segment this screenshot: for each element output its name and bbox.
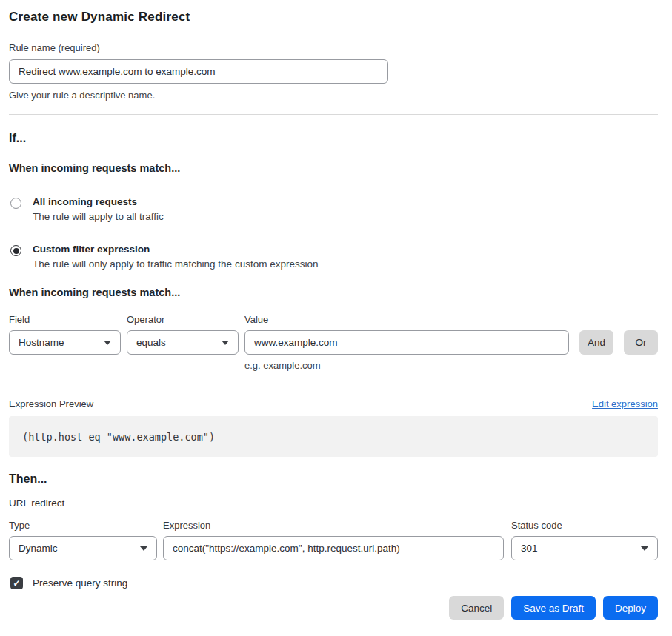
matcher-labels-row: Field Operator Value (9, 314, 658, 325)
or-button[interactable]: Or (624, 330, 658, 355)
operator-select[interactable]: equals (127, 330, 239, 355)
field-label: Field (9, 314, 127, 325)
radio-option-label[interactable]: Custom filter expression (33, 244, 318, 255)
chevron-down-icon (140, 546, 147, 551)
preserve-query-row[interactable]: ✓ Preserve query string (9, 577, 658, 589)
field-select-value: Hostname (19, 337, 64, 348)
url-redirect-label: URL redirect (9, 498, 658, 509)
preserve-query-label[interactable]: Preserve query string (33, 578, 127, 589)
radio-option-all-requests[interactable]: All incoming requests The rule will appl… (9, 196, 658, 222)
value-help: e.g. example.com (244, 360, 658, 371)
redirect-expression-input[interactable] (163, 536, 504, 560)
matcher-heading: When incoming requests match... (9, 287, 658, 298)
status-code-label: Status code (511, 520, 658, 531)
expression-label: Expression (163, 520, 511, 531)
chevron-down-icon (222, 341, 229, 345)
radio-option-custom-filter[interactable]: Custom filter expression The rule will o… (9, 244, 658, 270)
page-title: Create new Dynamic Redirect (9, 10, 658, 24)
type-label: Type (9, 520, 163, 531)
field-select[interactable]: Hostname (9, 330, 121, 355)
radio-button-selected[interactable] (10, 245, 21, 256)
edit-expression-link[interactable]: Edit expression (592, 398, 658, 409)
radio-option-description: The rule will only apply to traffic matc… (33, 258, 318, 270)
status-code-select[interactable]: 301 (511, 536, 658, 560)
rule-name-input[interactable] (9, 59, 388, 84)
chevron-down-icon (104, 341, 111, 345)
rule-name-help: Give your rule a descriptive name. (9, 90, 658, 101)
status-code-select-value: 301 (521, 543, 538, 554)
then-heading: Then... (9, 472, 658, 486)
matcher-controls-row: Hostname equals And Or (9, 330, 658, 355)
type-select[interactable]: Dynamic (9, 536, 157, 560)
expression-code-text: (http.host eq "www.example.com") (22, 431, 215, 443)
form-footer: Cancel Save as Draft Deploy (9, 596, 658, 620)
and-button[interactable]: And (579, 330, 613, 355)
value-input[interactable] (244, 330, 569, 355)
then-controls-row: Dynamic 301 (9, 536, 658, 560)
check-icon: ✓ (13, 578, 20, 589)
operator-label: Operator (127, 314, 244, 325)
save-as-draft-button[interactable]: Save as Draft (511, 596, 596, 620)
value-label: Value (244, 314, 658, 325)
deploy-button[interactable]: Deploy (603, 596, 658, 620)
rule-name-label: Rule name (required) (9, 42, 658, 53)
chevron-down-icon (641, 546, 648, 551)
section-divider (9, 114, 658, 115)
if-subheading: When incoming requests match... (9, 162, 658, 174)
operator-select-value: equals (136, 337, 166, 348)
expression-preview-header: Expression Preview Edit expression (9, 398, 658, 409)
then-labels-row: Type Expression Status code (9, 520, 658, 531)
radio-option-label[interactable]: All incoming requests (33, 196, 164, 207)
cancel-button[interactable]: Cancel (449, 596, 504, 620)
radio-button-unselected[interactable] (10, 198, 21, 209)
expression-preview-label: Expression Preview (9, 398, 93, 409)
if-heading: If... (9, 132, 658, 145)
type-select-value: Dynamic (19, 543, 58, 554)
radio-option-description: The rule will apply to all traffic (33, 211, 164, 222)
preserve-query-checkbox[interactable]: ✓ (10, 577, 23, 589)
create-dynamic-redirect-form: Create new Dynamic Redirect Rule name (r… (0, 0, 672, 636)
expression-preview-code: (http.host eq "www.example.com") (9, 416, 658, 457)
